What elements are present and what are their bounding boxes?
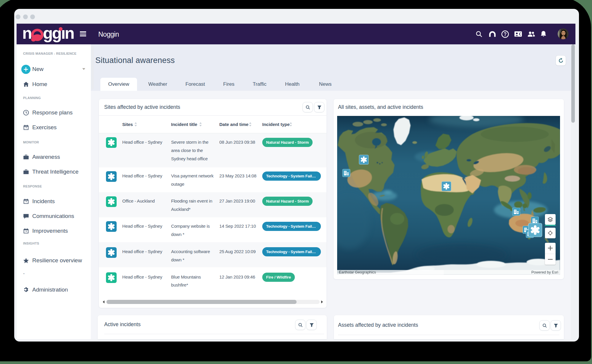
svg-text:Powered by Esri: Powered by Esri (531, 270, 558, 274)
svg-text:n: n (22, 25, 31, 42)
svg-text:ggın: ggın (43, 25, 74, 42)
svg-text:Earthstar Geographics: Earthstar Geographics (339, 270, 376, 274)
